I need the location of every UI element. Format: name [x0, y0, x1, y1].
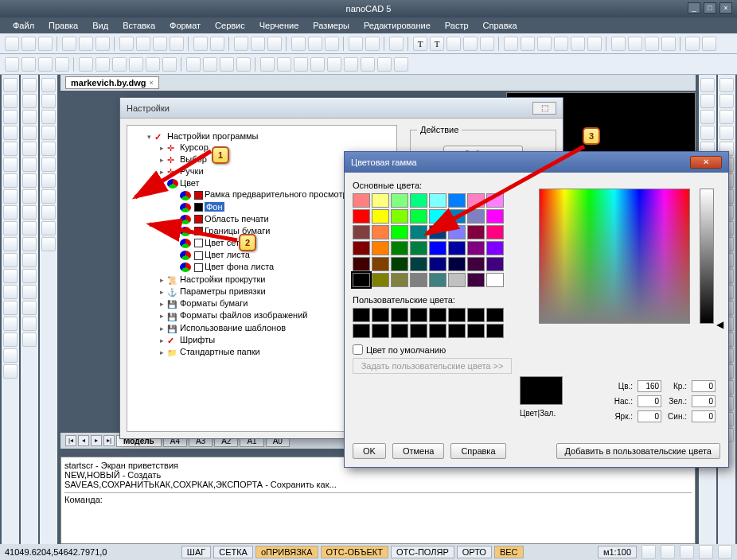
tree-item[interactable]: Параметры привязки: [180, 286, 266, 296]
custom-color-swatch[interactable]: [372, 308, 389, 322]
modify-tool-icon[interactable]: [22, 237, 37, 251]
menu-insert[interactable]: Вставка: [116, 19, 162, 32]
dim-icon[interactable]: [611, 37, 626, 51]
tool-icon[interactable]: [96, 57, 110, 72]
tool-icon[interactable]: [310, 57, 325, 72]
tool-icon[interactable]: [220, 57, 234, 72]
status-toggle[interactable]: оПРИВЯЗКА: [255, 546, 318, 558]
basic-color-swatch[interactable]: [448, 209, 466, 224]
leader-icon[interactable]: [702, 37, 716, 51]
draw-tool-icon[interactable]: [3, 126, 18, 140]
draw-tool-icon[interactable]: [3, 78, 18, 92]
menu-draw[interactable]: Черчение: [253, 19, 306, 32]
basic-color-swatch[interactable]: [448, 257, 466, 271]
tool-icon[interactable]: [344, 57, 358, 72]
status-toggle[interactable]: СЕТКА: [213, 546, 253, 558]
color-spectrum[interactable]: [539, 189, 690, 324]
tool-icon[interactable]: [186, 57, 201, 72]
draw-tool-icon[interactable]: [3, 158, 18, 172]
dim-icon[interactable]: [587, 37, 602, 51]
basic-color-swatch[interactable]: [372, 193, 389, 208]
basic-color-swatch[interactable]: [429, 241, 446, 255]
status-toggle[interactable]: ОРТО: [457, 546, 492, 558]
edit-tool-icon[interactable]: [719, 78, 734, 92]
draw-tool-icon[interactable]: [3, 142, 18, 156]
basic-color-swatch[interactable]: [448, 241, 466, 255]
menu-modify[interactable]: Редактирование: [357, 19, 437, 32]
default-color-checkbox[interactable]: [353, 344, 363, 355]
tool-icon[interactable]: [129, 57, 143, 72]
basic-color-swatch[interactable]: [486, 225, 504, 239]
basic-color-swatch[interactable]: [410, 241, 427, 255]
draw-tool-icon[interactable]: [3, 285, 18, 299]
mtext-icon[interactable]: T: [430, 37, 444, 51]
status-toggle[interactable]: ВЕС: [494, 546, 524, 558]
text-icon[interactable]: T: [413, 37, 427, 51]
tree-item[interactable]: Область печати: [205, 214, 269, 224]
extents-icon[interactable]: [267, 37, 282, 51]
modify-tool-icon[interactable]: [22, 285, 37, 299]
luminance-slider[interactable]: [700, 189, 714, 324]
green-input[interactable]: [692, 395, 716, 407]
edit-tool-icon[interactable]: [719, 94, 734, 108]
snap-tool-icon[interactable]: [41, 78, 56, 92]
draw-tool-icon[interactable]: [3, 301, 18, 315]
draw-tool-icon[interactable]: [3, 317, 18, 331]
tool-icon[interactable]: [79, 57, 93, 72]
find-icon[interactable]: [446, 37, 461, 51]
basic-color-swatch[interactable]: [372, 257, 389, 271]
custom-color-swatch[interactable]: [467, 324, 485, 338]
draw-tool-icon[interactable]: [3, 173, 18, 188]
basic-color-swatch[interactable]: [467, 209, 485, 224]
draw-tool-icon[interactable]: [3, 110, 18, 124]
hue-input[interactable]: [638, 380, 661, 392]
modify-tool-icon[interactable]: [22, 173, 37, 188]
tree-item[interactable]: Шрифты: [180, 335, 215, 344]
basic-color-swatch[interactable]: [429, 209, 446, 224]
draw-tool-icon[interactable]: [3, 94, 18, 108]
custom-color-swatch[interactable]: [448, 324, 466, 338]
modify-tool-icon[interactable]: [22, 253, 37, 267]
basic-color-swatch[interactable]: [372, 209, 389, 224]
snap-tool-icon[interactable]: [41, 221, 56, 235]
scale-cell[interactable]: м1:100: [598, 546, 637, 558]
define-custom-button[interactable]: Задать пользовательские цвета >>: [353, 358, 512, 374]
custom-color-swatch[interactable]: [410, 324, 427, 338]
modify-tool-icon[interactable]: [22, 301, 37, 315]
menu-format[interactable]: Формат: [163, 19, 207, 32]
tab-next-icon[interactable]: ▸: [91, 435, 102, 446]
tree-item[interactable]: Границы бумаги: [205, 226, 270, 235]
settings-close-button[interactable]: ⬚: [532, 102, 556, 115]
tool-icon[interactable]: [162, 57, 177, 72]
basic-color-swatch[interactable]: [429, 225, 446, 239]
basic-color-swatch[interactable]: [467, 241, 485, 255]
draw-tool-icon[interactable]: [3, 364, 18, 379]
new-icon[interactable]: [5, 37, 19, 51]
basic-color-swatch[interactable]: [467, 273, 485, 287]
draw-tool-icon[interactable]: [3, 332, 18, 347]
menu-dimensions[interactable]: Размеры: [306, 19, 356, 32]
close-button[interactable]: ×: [719, 2, 732, 14]
draw-tool-icon[interactable]: [3, 189, 18, 204]
color-ok-button[interactable]: OK: [353, 443, 386, 459]
tree-item[interactable]: Настройки прокрутки: [180, 274, 266, 284]
modify-tool-icon[interactable]: [22, 332, 37, 347]
tool-icon[interactable]: [260, 57, 275, 72]
modify-tool-icon[interactable]: [22, 221, 37, 235]
basic-color-swatch[interactable]: [372, 273, 389, 287]
menu-help[interactable]: Справка: [477, 19, 524, 32]
copy-icon[interactable]: [136, 37, 150, 51]
dist-icon[interactable]: [349, 37, 363, 51]
luminance-arrow-icon[interactable]: ◀: [716, 319, 723, 330]
custom-color-swatch[interactable]: [372, 324, 389, 338]
custom-color-swatch[interactable]: [448, 308, 466, 322]
custom-color-swatch[interactable]: [486, 324, 504, 338]
modify-tool-icon[interactable]: [22, 110, 37, 124]
snap-tool-icon[interactable]: [41, 110, 56, 124]
basic-color-swatch[interactable]: [448, 273, 466, 287]
tree-item[interactable]: Цвет фона листа: [205, 262, 274, 271]
snap-tool-icon[interactable]: [41, 94, 56, 108]
modify-tool-icon[interactable]: [22, 142, 37, 156]
basic-color-swatch[interactable]: [391, 273, 408, 287]
matchprop-icon[interactable]: [170, 37, 184, 51]
